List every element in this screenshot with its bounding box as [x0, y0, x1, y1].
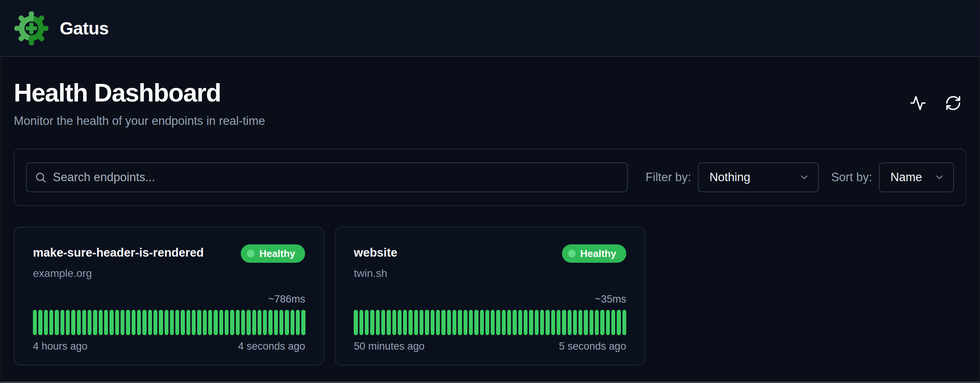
- history-bar[interactable]: [354, 310, 358, 335]
- history-bar[interactable]: [258, 310, 261, 335]
- history-bar[interactable]: [170, 310, 174, 335]
- history-bar[interactable]: [518, 310, 522, 335]
- history-bar[interactable]: [562, 310, 566, 335]
- history-bar[interactable]: [49, 310, 53, 335]
- history-bar[interactable]: [578, 310, 582, 335]
- history-bar[interactable]: [376, 310, 380, 335]
- activity-icon[interactable]: [909, 94, 927, 112]
- history-bar[interactable]: [241, 310, 245, 335]
- history-bar[interactable]: [236, 310, 240, 335]
- history-bar[interactable]: [296, 310, 300, 335]
- history-bar[interactable]: [44, 310, 48, 335]
- search-input[interactable]: [26, 162, 628, 192]
- history-bar[interactable]: [192, 310, 196, 335]
- history-bar[interactable]: [208, 310, 212, 335]
- history-bar[interactable]: [274, 310, 278, 335]
- sort-select[interactable]: Name: [879, 162, 954, 192]
- history-bar[interactable]: [529, 310, 533, 335]
- history-bar[interactable]: [551, 310, 555, 335]
- history-bar[interactable]: [600, 310, 604, 335]
- history-bar[interactable]: [425, 310, 429, 335]
- history-bar[interactable]: [606, 310, 610, 335]
- history-bar[interactable]: [82, 310, 86, 335]
- endpoint-card[interactable]: website Healthy twin.sh ~35ms 50 minutes…: [335, 227, 645, 365]
- endpoint-card[interactable]: make-sure-header-is-rendered Healthy exa…: [14, 227, 324, 365]
- history-bar[interactable]: [291, 310, 294, 335]
- refresh-icon[interactable]: [944, 94, 962, 112]
- history-bar[interactable]: [496, 310, 500, 335]
- history-bar[interactable]: [387, 310, 390, 335]
- history-bar[interactable]: [60, 310, 64, 335]
- history-bar[interactable]: [132, 310, 136, 335]
- history-bar[interactable]: [252, 310, 256, 335]
- history-bar[interactable]: [573, 310, 577, 335]
- history-bar[interactable]: [452, 310, 456, 335]
- history-bar[interactable]: [436, 310, 440, 335]
- history-bar[interactable]: [181, 310, 185, 335]
- history-bar[interactable]: [474, 310, 478, 335]
- history-bar[interactable]: [77, 310, 81, 335]
- history-bar[interactable]: [203, 310, 207, 335]
- history-bar[interactable]: [485, 310, 489, 335]
- history-bar[interactable]: [622, 310, 626, 335]
- history-bar[interactable]: [403, 310, 407, 335]
- history-bar[interactable]: [584, 310, 588, 335]
- history-bar[interactable]: [590, 310, 593, 335]
- history-bar[interactable]: [420, 310, 423, 335]
- history-bar[interactable]: [447, 310, 451, 335]
- history-bar[interactable]: [359, 310, 363, 335]
- history-bar[interactable]: [480, 310, 484, 335]
- history-bar[interactable]: [469, 310, 473, 335]
- history-bar[interactable]: [247, 310, 250, 335]
- history-bar[interactable]: [214, 310, 217, 335]
- history-bar[interactable]: [546, 310, 549, 335]
- history-bar[interactable]: [414, 310, 418, 335]
- history-bar[interactable]: [381, 310, 385, 335]
- history-bar[interactable]: [464, 310, 467, 335]
- history-bar[interactable]: [458, 310, 462, 335]
- history-bar[interactable]: [595, 310, 599, 335]
- history-bar[interactable]: [392, 310, 396, 335]
- history-bar[interactable]: [568, 310, 572, 335]
- history-bar[interactable]: [370, 310, 374, 335]
- history-bar[interactable]: [93, 310, 97, 335]
- history-bar[interactable]: [230, 310, 234, 335]
- history-bar[interactable]: [55, 310, 59, 335]
- history-bar[interactable]: [121, 310, 124, 335]
- history-bar[interactable]: [71, 310, 75, 335]
- history-bar[interactable]: [142, 310, 146, 335]
- history-bar[interactable]: [33, 310, 37, 335]
- history-bar[interactable]: [365, 310, 369, 335]
- history-bar[interactable]: [611, 310, 615, 335]
- history-bar[interactable]: [513, 310, 516, 335]
- history-bar[interactable]: [38, 310, 42, 335]
- history-bar[interactable]: [268, 310, 272, 335]
- history-bar[interactable]: [441, 310, 445, 335]
- history-bar[interactable]: [557, 310, 560, 335]
- history-bar[interactable]: [491, 310, 495, 335]
- history-bar[interactable]: [524, 310, 528, 335]
- history-bar[interactable]: [186, 310, 190, 335]
- history-bar[interactable]: [104, 310, 108, 335]
- history-bar[interactable]: [535, 310, 539, 335]
- history-bar[interactable]: [540, 310, 544, 335]
- history-bar[interactable]: [507, 310, 511, 335]
- history-bar[interactable]: [197, 310, 201, 335]
- history-bar[interactable]: [431, 310, 434, 335]
- history-bar[interactable]: [109, 310, 113, 335]
- history-bar[interactable]: [301, 310, 305, 335]
- history-bar[interactable]: [279, 310, 283, 335]
- history-bar[interactable]: [137, 310, 141, 335]
- history-bar[interactable]: [617, 310, 621, 335]
- history-bar[interactable]: [126, 310, 130, 335]
- history-bar[interactable]: [408, 310, 412, 335]
- history-bar[interactable]: [285, 310, 289, 335]
- history-bar[interactable]: [398, 310, 402, 335]
- history-bar[interactable]: [263, 310, 267, 335]
- history-bar[interactable]: [219, 310, 223, 335]
- history-bar[interactable]: [175, 310, 179, 335]
- history-bar[interactable]: [148, 310, 152, 335]
- history-bar[interactable]: [154, 310, 157, 335]
- history-bar[interactable]: [165, 310, 168, 335]
- history-bar[interactable]: [99, 310, 103, 335]
